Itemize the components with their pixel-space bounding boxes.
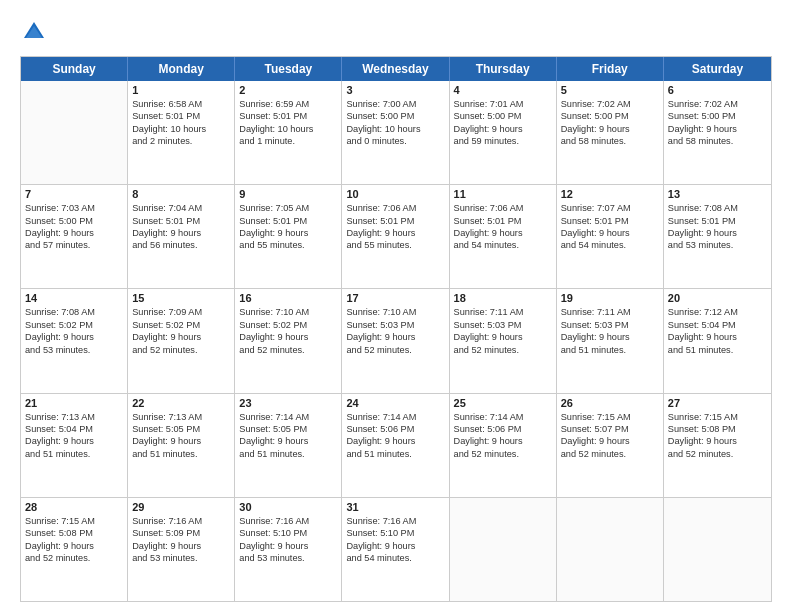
cell-line: Sunset: 5:02 PM (132, 319, 230, 331)
cell-line: Sunset: 5:01 PM (239, 215, 337, 227)
cell-line: Sunset: 5:08 PM (25, 527, 123, 539)
cell-line: Sunset: 5:04 PM (25, 423, 123, 435)
calendar-body: 1Sunrise: 6:58 AMSunset: 5:01 PMDaylight… (21, 81, 771, 601)
cell-line: and 53 minutes. (668, 239, 767, 251)
cell-line: Daylight: 9 hours (668, 435, 767, 447)
cell-line: Sunset: 5:10 PM (239, 527, 337, 539)
cell-line: Sunrise: 7:10 AM (239, 306, 337, 318)
day-number: 28 (25, 501, 123, 513)
cell-line: and 51 minutes. (25, 448, 123, 460)
cell-line: and 52 minutes. (25, 552, 123, 564)
cell-line: Sunrise: 7:10 AM (346, 306, 444, 318)
cell-line: Daylight: 9 hours (132, 331, 230, 343)
header (20, 18, 772, 46)
cell-line: and 52 minutes. (346, 344, 444, 356)
cell-line: Daylight: 10 hours (346, 123, 444, 135)
calendar-cell: 25Sunrise: 7:14 AMSunset: 5:06 PMDayligh… (450, 394, 557, 497)
calendar-cell: 7Sunrise: 7:03 AMSunset: 5:00 PMDaylight… (21, 185, 128, 288)
calendar-cell: 18Sunrise: 7:11 AMSunset: 5:03 PMDayligh… (450, 289, 557, 392)
calendar-cell: 5Sunrise: 7:02 AMSunset: 5:00 PMDaylight… (557, 81, 664, 184)
cell-line: Daylight: 9 hours (668, 123, 767, 135)
cell-line: Daylight: 9 hours (561, 227, 659, 239)
calendar-cell: 6Sunrise: 7:02 AMSunset: 5:00 PMDaylight… (664, 81, 771, 184)
calendar-cell: 11Sunrise: 7:06 AMSunset: 5:01 PMDayligh… (450, 185, 557, 288)
cell-line: Daylight: 9 hours (454, 227, 552, 239)
calendar-cell: 13Sunrise: 7:08 AMSunset: 5:01 PMDayligh… (664, 185, 771, 288)
calendar-week: 21Sunrise: 7:13 AMSunset: 5:04 PMDayligh… (21, 394, 771, 498)
day-number: 23 (239, 397, 337, 409)
cell-line: Sunset: 5:06 PM (346, 423, 444, 435)
weekday-header: Sunday (21, 57, 128, 81)
cell-line: Sunset: 5:08 PM (668, 423, 767, 435)
day-number: 10 (346, 188, 444, 200)
cell-line: Sunset: 5:01 PM (454, 215, 552, 227)
cell-line: Sunrise: 7:15 AM (561, 411, 659, 423)
cell-line: and 1 minute. (239, 135, 337, 147)
calendar-cell: 2Sunrise: 6:59 AMSunset: 5:01 PMDaylight… (235, 81, 342, 184)
cell-line: and 51 minutes. (132, 448, 230, 460)
cell-line: Sunrise: 6:59 AM (239, 98, 337, 110)
cell-line: Sunrise: 7:06 AM (454, 202, 552, 214)
cell-line: Daylight: 9 hours (132, 227, 230, 239)
cell-line: Daylight: 9 hours (132, 540, 230, 552)
cell-line: Sunset: 5:03 PM (561, 319, 659, 331)
calendar-cell: 27Sunrise: 7:15 AMSunset: 5:08 PMDayligh… (664, 394, 771, 497)
day-number: 8 (132, 188, 230, 200)
cell-line: Sunset: 5:07 PM (561, 423, 659, 435)
calendar-cell: 22Sunrise: 7:13 AMSunset: 5:05 PMDayligh… (128, 394, 235, 497)
weekday-header: Monday (128, 57, 235, 81)
cell-line: and 52 minutes. (132, 344, 230, 356)
cell-line: and 58 minutes. (561, 135, 659, 147)
calendar-cell: 3Sunrise: 7:00 AMSunset: 5:00 PMDaylight… (342, 81, 449, 184)
cell-line: and 51 minutes. (346, 448, 444, 460)
cell-line: Sunset: 5:02 PM (25, 319, 123, 331)
cell-line: Sunrise: 7:12 AM (668, 306, 767, 318)
cell-line: Sunrise: 7:08 AM (668, 202, 767, 214)
cell-line: and 53 minutes. (239, 552, 337, 564)
cell-line: and 55 minutes. (346, 239, 444, 251)
calendar-cell (557, 498, 664, 601)
calendar-week: 14Sunrise: 7:08 AMSunset: 5:02 PMDayligh… (21, 289, 771, 393)
day-number: 25 (454, 397, 552, 409)
cell-line: Daylight: 9 hours (132, 435, 230, 447)
calendar-cell: 28Sunrise: 7:15 AMSunset: 5:08 PMDayligh… (21, 498, 128, 601)
cell-line: Sunrise: 7:13 AM (132, 411, 230, 423)
cell-line: Sunrise: 7:02 AM (668, 98, 767, 110)
day-number: 12 (561, 188, 659, 200)
calendar-cell: 10Sunrise: 7:06 AMSunset: 5:01 PMDayligh… (342, 185, 449, 288)
calendar-cell: 12Sunrise: 7:07 AMSunset: 5:01 PMDayligh… (557, 185, 664, 288)
day-number: 7 (25, 188, 123, 200)
calendar-cell: 29Sunrise: 7:16 AMSunset: 5:09 PMDayligh… (128, 498, 235, 601)
cell-line: and 59 minutes. (454, 135, 552, 147)
cell-line: Sunrise: 7:02 AM (561, 98, 659, 110)
calendar-cell: 15Sunrise: 7:09 AMSunset: 5:02 PMDayligh… (128, 289, 235, 392)
cell-line: Sunset: 5:05 PM (132, 423, 230, 435)
calendar-cell: 23Sunrise: 7:14 AMSunset: 5:05 PMDayligh… (235, 394, 342, 497)
cell-line: Daylight: 9 hours (25, 331, 123, 343)
cell-line: Sunset: 5:05 PM (239, 423, 337, 435)
calendar-week: 1Sunrise: 6:58 AMSunset: 5:01 PMDaylight… (21, 81, 771, 185)
cell-line: Daylight: 9 hours (25, 227, 123, 239)
cell-line: Sunset: 5:01 PM (346, 215, 444, 227)
cell-line: Sunrise: 6:58 AM (132, 98, 230, 110)
cell-line: Sunset: 5:01 PM (239, 110, 337, 122)
day-number: 22 (132, 397, 230, 409)
calendar-cell: 30Sunrise: 7:16 AMSunset: 5:10 PMDayligh… (235, 498, 342, 601)
day-number: 31 (346, 501, 444, 513)
day-number: 18 (454, 292, 552, 304)
cell-line: Sunset: 5:10 PM (346, 527, 444, 539)
cell-line: Daylight: 9 hours (454, 331, 552, 343)
calendar-cell: 16Sunrise: 7:10 AMSunset: 5:02 PMDayligh… (235, 289, 342, 392)
cell-line: Sunset: 5:01 PM (132, 110, 230, 122)
cell-line: Sunrise: 7:03 AM (25, 202, 123, 214)
day-number: 30 (239, 501, 337, 513)
cell-line: Sunset: 5:06 PM (454, 423, 552, 435)
calendar-cell: 19Sunrise: 7:11 AMSunset: 5:03 PMDayligh… (557, 289, 664, 392)
day-number: 19 (561, 292, 659, 304)
cell-line: Sunset: 5:00 PM (561, 110, 659, 122)
day-number: 11 (454, 188, 552, 200)
day-number: 13 (668, 188, 767, 200)
cell-line: Sunrise: 7:13 AM (25, 411, 123, 423)
cell-line: Daylight: 9 hours (346, 435, 444, 447)
logo (20, 18, 54, 46)
